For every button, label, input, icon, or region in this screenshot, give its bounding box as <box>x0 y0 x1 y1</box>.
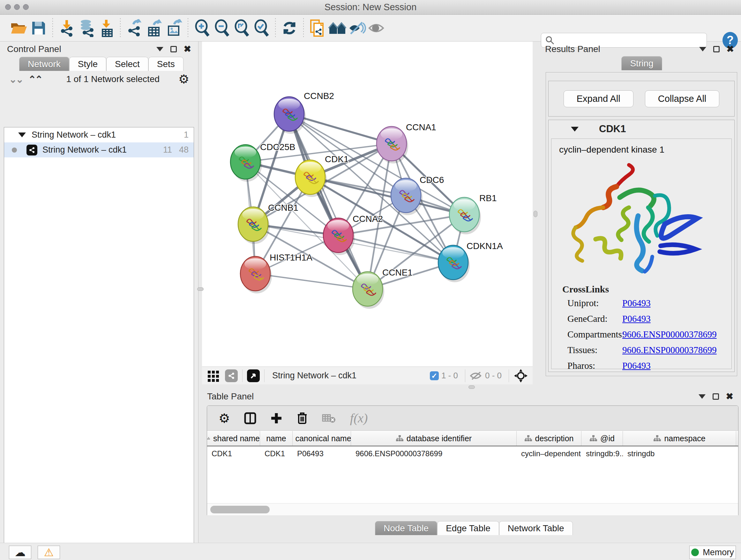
birds-eye-crosshair-icon[interactable] <box>514 368 528 383</box>
genecard-link[interactable]: P06493 <box>622 314 651 324</box>
column-header-@id[interactable]: @id <box>582 431 623 446</box>
zoom-fit-button[interactable] <box>232 18 252 38</box>
delete-table-icon[interactable] <box>322 413 336 424</box>
network-node-CCNE1[interactable]: CCNE1 <box>353 267 413 309</box>
memory-label: Memory <box>703 548 734 557</box>
panel-close-icon[interactable]: ✖ <box>184 46 191 52</box>
expand-all-networks-icon[interactable]: ⌄⌄ <box>9 74 22 85</box>
network-node-CDK1[interactable]: CDK1 <box>295 154 349 197</box>
import-network-from-database-button[interactable] <box>77 18 96 38</box>
network-node-CDKN1A[interactable]: CDKN1A <box>438 241 503 282</box>
pharos-link[interactable]: P06493 <box>622 361 651 371</box>
network-node-CCNB1[interactable]: CCNB1 <box>238 203 298 244</box>
zoom-in-button[interactable] <box>192 18 212 38</box>
function-builder-icon[interactable]: f(x) <box>350 411 368 426</box>
column-header-shared-name[interactable]: shared name <box>207 431 260 446</box>
duplicate-network-button[interactable] <box>308 18 327 38</box>
save-session-button[interactable] <box>29 18 49 38</box>
import-table-from-file-button[interactable] <box>96 18 116 38</box>
protein-structure-image <box>566 156 717 284</box>
cell-canonical-name[interactable]: P06493 <box>293 449 351 458</box>
panel-float-icon[interactable] <box>171 46 177 52</box>
shared-column-icon <box>207 435 210 442</box>
network-edge[interactable] <box>338 235 453 262</box>
tab-edge-table[interactable]: Edge Table <box>437 521 499 535</box>
network-graph[interactable]: CCNB2CCNA1CDC25BCDK1CDC6RB1CCNB1CCNA2CDK… <box>202 42 533 367</box>
selected-checkbox-icon[interactable]: ✓ <box>430 371 439 380</box>
tissues-link[interactable]: 9606.ENSP00000378699 <box>622 345 717 355</box>
column-header-canonical-name[interactable]: canonical name <box>293 431 351 446</box>
tab-select[interactable]: Select <box>106 57 148 71</box>
zoom-out-button[interactable] <box>212 18 232 38</box>
cell-description[interactable]: cyclin–dependent ... <box>517 449 582 458</box>
panel-menu-icon[interactable] <box>699 47 706 51</box>
panel-close-icon[interactable]: ✖ <box>726 393 733 400</box>
delete-column-trash-icon[interactable] <box>296 412 308 425</box>
panel-menu-icon[interactable] <box>156 47 163 51</box>
table-row[interactable]: CDK1CDK1P064939606.ENSP00000378699cyclin… <box>207 446 738 461</box>
table-settings-gear-icon[interactable]: ⚙ <box>219 411 230 426</box>
tab-string[interactable]: String <box>621 56 662 70</box>
cloud-button[interactable]: ☁ <box>9 546 31 559</box>
cell-database-identifier[interactable]: 9606.ENSP00000378699 <box>351 449 517 458</box>
maximize-window-button[interactable] <box>23 4 29 10</box>
export-network-button[interactable] <box>125 18 144 38</box>
column-header-namespace[interactable]: namespace <box>623 431 736 446</box>
panel-float-icon[interactable] <box>713 46 720 52</box>
network-row[interactable]: String Network – cdk1 11 48 <box>4 142 194 158</box>
tab-network-table[interactable]: Network Table <box>499 521 573 535</box>
open-session-button[interactable] <box>9 18 29 38</box>
network-node-HIST1H1A[interactable]: HIST1H1A <box>240 253 313 294</box>
hide-graphics-details-button[interactable] <box>347 18 367 38</box>
network-overview-button[interactable] <box>327 18 347 38</box>
network-options-gear-icon[interactable]: ⚙ <box>179 73 189 85</box>
column-header-description[interactable]: description <box>517 431 582 446</box>
cell-namespace[interactable]: stringdb <box>623 449 736 458</box>
show-columns-icon[interactable] <box>244 412 256 424</box>
network-node-CDC6[interactable]: CDC6 <box>391 175 444 215</box>
zoom-selected-button[interactable] <box>252 18 271 38</box>
network-node-RB1[interactable]: RB1 <box>449 193 496 234</box>
left-splitter-handle[interactable] <box>197 287 204 291</box>
apply-preferred-layout-button[interactable] <box>280 18 299 38</box>
collapse-all-networks-icon[interactable]: ⌃⌃ <box>28 74 42 85</box>
cell-name[interactable]: CDK1 <box>260 449 293 458</box>
cell-@id[interactable]: stringdb:9... <box>582 449 623 458</box>
expand-all-button[interactable]: Expand All <box>563 90 633 107</box>
close-window-button[interactable] <box>5 4 11 10</box>
tab-network[interactable]: Network <box>19 57 69 71</box>
column-header-database-identifier[interactable]: database identifier <box>351 431 517 446</box>
grid-mode-icon[interactable] <box>206 369 220 383</box>
table-horizontal-scrollbar[interactable] <box>207 503 738 515</box>
show-graphics-details-button[interactable] <box>367 18 387 38</box>
network-edge[interactable] <box>289 114 367 289</box>
collapse-all-button[interactable]: Collapse All <box>645 90 720 107</box>
panel-close-icon[interactable]: ✖ <box>727 46 734 52</box>
right-splitter-handle[interactable] <box>534 211 537 217</box>
collapse-gene-icon[interactable] <box>571 127 579 132</box>
tab-node-table[interactable]: Node Table <box>375 521 437 535</box>
scrollbar-thumb[interactable] <box>210 506 270 513</box>
panel-menu-icon[interactable] <box>698 394 705 399</box>
add-column-icon[interactable] <box>270 412 282 424</box>
detach-view-icon[interactable] <box>247 369 260 382</box>
uniprot-link[interactable]: P06493 <box>622 298 651 308</box>
tab-style[interactable]: Style <box>69 57 106 71</box>
network-badge-icon[interactable] <box>225 369 238 382</box>
compartments-link[interactable]: 9606.ENSP00000378699 <box>622 329 717 340</box>
column-header-name[interactable]: name <box>260 431 293 446</box>
tab-sets[interactable]: Sets <box>148 57 184 71</box>
export-table-button[interactable] <box>144 18 164 38</box>
cell-shared-name[interactable]: CDK1 <box>207 449 260 458</box>
shared-column-icon <box>653 435 661 442</box>
export-image-button[interactable] <box>164 18 184 38</box>
memory-button[interactable]: Memory <box>689 546 736 559</box>
network-edge[interactable] <box>255 273 367 289</box>
import-network-from-file-button[interactable] <box>57 18 77 38</box>
network-view-canvas[interactable]: CCNB2CCNA1CDC25BCDK1CDC6RB1CCNB1CCNA2CDK… <box>202 42 533 367</box>
collapse-triangle-icon[interactable] <box>18 132 26 137</box>
network-collection-row[interactable]: String Network – cdk1 1 <box>4 127 194 142</box>
warnings-button[interactable]: ⚠ <box>38 546 60 559</box>
panel-float-icon[interactable] <box>713 393 719 400</box>
minimize-window-button[interactable] <box>14 4 20 10</box>
